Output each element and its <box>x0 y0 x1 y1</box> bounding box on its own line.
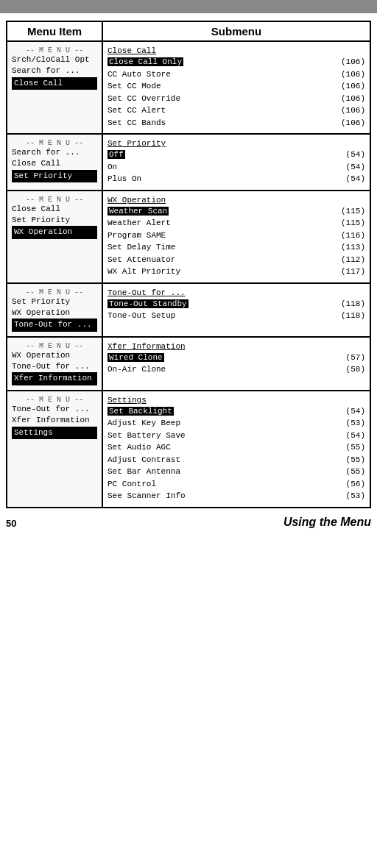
submenu-entry: Adjust Key Beep(53) <box>108 417 365 430</box>
submenu-page-number: (106) <box>330 104 365 117</box>
submenu-entry: Set CC Alert(106) <box>108 104 365 117</box>
submenu-entry-label: Set CC Bands <box>108 117 330 129</box>
menu-item: WX Operation <box>12 307 97 319</box>
menu-items-2: Close CallSet PriorityWX Operation <box>12 204 97 239</box>
submenu-title-1: Set Priority <box>108 139 365 148</box>
submenu-cell-0: Close CallClose Call Only(106)CC Auto St… <box>102 41 370 134</box>
submenu-cell-5: SettingsSet Backlight(54)Adjust Key Beep… <box>102 391 370 508</box>
menu-item: Xfer Information <box>12 415 97 426</box>
menu-items-5: Tone-Out for ...Xfer InformationSettings <box>12 404 97 439</box>
submenu-cell-4: Xfer InformationWired Clone(57)On-Air Cl… <box>102 337 370 391</box>
submenu-entry: WX Alt Priority(117) <box>108 266 365 278</box>
submenu-entry-label: Set Delay Time <box>108 241 330 254</box>
submenu-entry-label: Weather Alert <box>108 217 330 230</box>
menu-item: Tone-Out for ... <box>12 404 97 415</box>
submenu-entry: PC Control(56) <box>108 478 365 491</box>
submenu-entry-label: Adjust Contrast <box>108 454 330 466</box>
submenu-page-number: (117) <box>330 266 365 278</box>
submenu-entry: Tone-Out Standby(118) <box>108 298 365 310</box>
menu-highlighted-item-3[interactable]: Tone-Out for ... <box>12 319 97 331</box>
menu-header-1: -- M E N U -- <box>12 139 97 147</box>
submenu-entry: Set Bar Antenna(55) <box>108 466 365 478</box>
page-number: 50 <box>6 518 16 529</box>
submenu-entry: Set CC Bands(106) <box>108 117 365 129</box>
submenu-highlighted-item[interactable]: Off <box>108 150 125 159</box>
submenu-entry-label: See Scanner Info <box>108 490 330 502</box>
page-content: Menu Item Submenu -- M E N U --Srch/CloC… <box>0 13 377 508</box>
menu-items-3: Set PriorityWX OperationTone-Out for ... <box>12 296 97 332</box>
submenu-highlighted-item[interactable]: Tone-Out Standby <box>108 299 188 308</box>
submenu-entry-label: Program SAME <box>108 230 330 242</box>
submenu-page-number: (54) <box>330 149 365 161</box>
submenu-highlighted-item[interactable]: Weather Scan <box>108 207 169 216</box>
menu-cell-2: -- M E N U --Close CallSet PriorityWX Op… <box>7 191 102 283</box>
submenu-entry: On-Air Clone(58) <box>108 363 365 376</box>
menu-item: Set Priority <box>12 296 97 307</box>
submenu-entry-label[interactable]: Off <box>108 149 330 161</box>
submenu-entry: Weather Alert(115) <box>108 217 365 230</box>
submenu-title-0: Close Call <box>108 46 365 55</box>
submenu-entry-label[interactable]: Close Call Only <box>108 56 330 68</box>
submenu-page-number: (106) <box>330 68 365 81</box>
submenu-page-number: (54) <box>330 430 365 442</box>
page-title: Using the Menu <box>283 516 371 529</box>
menu-header-2: -- M E N U -- <box>12 196 97 204</box>
submenu-page-number: (112) <box>330 254 365 266</box>
submenu-entry-label: Set Bar Antenna <box>108 466 330 478</box>
submenu-highlighted-item[interactable]: Close Call Only <box>108 57 183 66</box>
submenu-page-number: (54) <box>330 173 365 185</box>
submenu-entry-label[interactable]: Set Backlight <box>108 405 330 418</box>
submenu-entry-label: Set Attenuator <box>108 254 330 266</box>
submenu-page-number: (118) <box>330 310 365 322</box>
submenu-title-5: Settings <box>108 396 365 405</box>
col1-header: Menu Item <box>7 21 102 41</box>
menu-item: Search for ... <box>12 147 97 158</box>
submenu-entry-label: Adjust Key Beep <box>108 417 330 430</box>
submenu-entry: Close Call Only(106) <box>108 56 365 68</box>
submenu-page-number: (115) <box>330 205 365 218</box>
menu-items-0: Srch/CloCall OptSearch for ...Close Call <box>12 54 97 90</box>
submenu-page-number: (106) <box>330 93 365 105</box>
submenu-title-2: WX Operation <box>108 196 365 204</box>
submenu-entry-label: CC Auto Store <box>108 68 330 81</box>
menu-highlighted-item-1[interactable]: Set Priority <box>12 170 97 182</box>
submenu-cell-2: WX OperationWeather Scan(115)Weather Ale… <box>102 191 370 283</box>
submenu-page-number: (106) <box>330 56 365 68</box>
menu-header-5: -- M E N U -- <box>12 396 97 404</box>
menu-item: Search for ... <box>12 65 97 77</box>
submenu-page-number: (106) <box>330 117 365 129</box>
submenu-entry-label: WX Alt Priority <box>108 266 330 278</box>
menu-cell-5: -- M E N U --Tone-Out for ...Xfer Inform… <box>7 391 102 508</box>
submenu-entry-label: Plus On <box>108 173 330 185</box>
submenu-page-number: (55) <box>330 441 365 454</box>
main-table: Menu Item Submenu -- M E N U --Srch/CloC… <box>6 21 371 508</box>
submenu-highlighted-item[interactable]: Set Backlight <box>108 407 174 416</box>
submenu-entry-label: On-Air Clone <box>108 363 330 376</box>
menu-highlighted-item-2[interactable]: WX Operation <box>12 226 97 238</box>
menu-cell-0: -- M E N U --Srch/CloCall OptSearch for … <box>7 41 102 134</box>
submenu-entry: Tone-Out Setup(118) <box>108 310 365 322</box>
menu-cell-4: -- M E N U --WX OperationTone-Out for ..… <box>7 337 102 391</box>
menu-highlighted-item-4[interactable]: Xfer Information <box>12 372 97 385</box>
submenu-entry: Adjust Contrast(55) <box>108 454 365 466</box>
menu-highlighted-item-5[interactable]: Settings <box>12 427 97 439</box>
submenu-page-number: (57) <box>330 352 365 364</box>
submenu-entry-label: Set CC Mode <box>108 80 330 93</box>
submenu-entry-label: PC Control <box>108 478 330 491</box>
submenu-entry-label: Tone-Out Setup <box>108 310 330 322</box>
submenu-title-4: Xfer Information <box>108 342 365 351</box>
submenu-page-number: (106) <box>330 80 365 93</box>
submenu-entry: Set Battery Save(54) <box>108 430 365 442</box>
submenu-entry: Plus On(54) <box>108 173 365 185</box>
submenu-entry-label: Set CC Alert <box>108 104 330 117</box>
menu-cell-1: -- M E N U --Search for ...Close CallSet… <box>7 134 102 191</box>
menu-cell-3: -- M E N U --Set PriorityWX OperationTon… <box>7 283 102 337</box>
submenu-entry: Program SAME(116) <box>108 230 365 242</box>
submenu-entry-label[interactable]: Wired Clone <box>108 352 330 364</box>
submenu-entry-label[interactable]: Tone-Out Standby <box>108 298 330 310</box>
submenu-entry: Weather Scan(115) <box>108 205 365 218</box>
submenu-highlighted-item[interactable]: Wired Clone <box>108 353 164 362</box>
submenu-entry-label[interactable]: Weather Scan <box>108 205 330 218</box>
menu-highlighted-item-0[interactable]: Close Call <box>12 77 97 90</box>
top-bar <box>0 0 377 13</box>
